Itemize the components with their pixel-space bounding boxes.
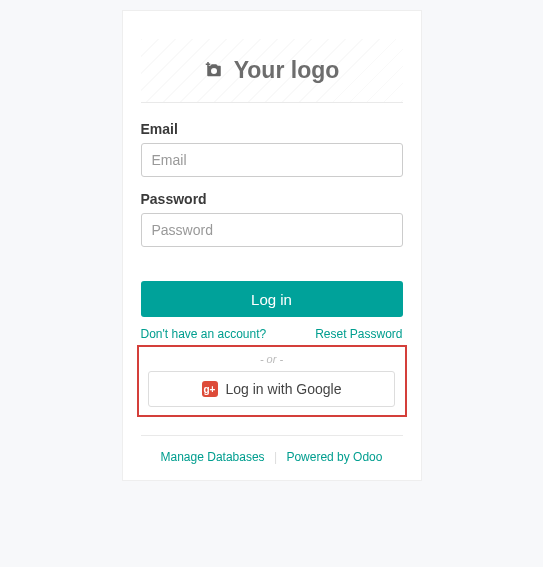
footer: Manage Databases | Powered by Odoo <box>141 435 403 464</box>
powered-by-link[interactable]: Powered by Odoo <box>286 450 382 464</box>
no-account-link[interactable]: Don't have an account? <box>141 327 267 341</box>
login-form: Email Password Log in Don't have an acco… <box>123 121 421 417</box>
logo-text: Your logo <box>234 57 340 84</box>
or-divider: - or - <box>143 353 401 365</box>
footer-divider: | <box>274 450 277 464</box>
manage-databases-link[interactable]: Manage Databases <box>161 450 265 464</box>
google-login-button[interactable]: g+ Log in with Google <box>148 371 396 407</box>
email-field[interactable] <box>141 143 403 177</box>
login-card: Your logo Email Password Log in Don't ha… <box>122 10 422 481</box>
google-login-label: Log in with Google <box>226 381 342 397</box>
reset-password-link[interactable]: Reset Password <box>315 327 402 341</box>
password-field[interactable] <box>141 213 403 247</box>
login-button[interactable]: Log in <box>141 281 403 317</box>
svg-rect-1 <box>205 63 210 65</box>
secondary-links: Don't have an account? Reset Password <box>141 327 403 341</box>
camera-plus-icon <box>204 62 224 80</box>
logo-placeholder[interactable]: Your logo <box>204 57 340 84</box>
oauth-highlight: - or - g+ Log in with Google <box>137 345 407 417</box>
google-plus-icon: g+ <box>202 381 218 397</box>
password-label: Password <box>141 191 403 207</box>
logo-area: Your logo <box>141 39 403 103</box>
email-label: Email <box>141 121 403 137</box>
